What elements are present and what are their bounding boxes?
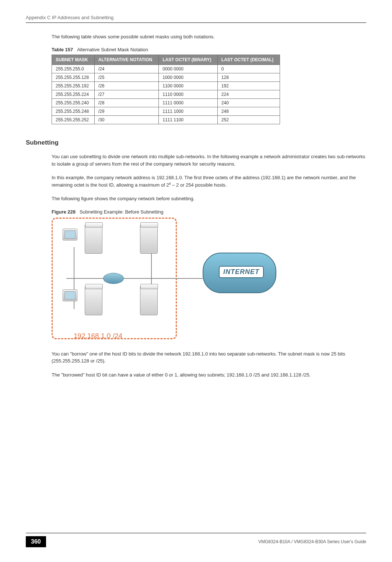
- table-cell: /27: [94, 90, 158, 99]
- table-row: 255.255.255.248/291111 1000248: [52, 107, 280, 116]
- footer-guide-text: VMG8324-B10A / VMG8324-B30A Series User'…: [258, 539, 366, 544]
- table-cell: 255.255.255.252: [52, 116, 95, 124]
- table-cell: 255.255.255.248: [52, 107, 95, 116]
- cloud-label: INTERNET: [219, 266, 264, 278]
- th-alt-notation: ALTERNATIVE NOTATION: [94, 55, 158, 65]
- appendix-header: Appendix C IP Addresses and Subnetting: [26, 15, 366, 20]
- table-cell: 255.255.255.128: [52, 73, 95, 82]
- internet-cloud: INTERNET: [203, 253, 276, 297]
- network-line: [66, 278, 203, 279]
- server-icon: [85, 286, 102, 315]
- table-row: 255.255.255.252/301111 1100252: [52, 116, 280, 124]
- table-cell: 252: [217, 116, 280, 124]
- table-cell: /25: [94, 73, 158, 82]
- table-row: 255.255.255.192/261100 0000192: [52, 82, 280, 90]
- table-cell: 224: [217, 90, 280, 99]
- page-number: 360: [26, 536, 46, 547]
- table-cell: /29: [94, 107, 158, 116]
- table-cell: /24: [94, 65, 158, 73]
- table-cell: /26: [94, 82, 158, 90]
- table-cell: 128: [217, 73, 280, 82]
- figure-number: Figure 228: [52, 209, 76, 215]
- header-rule: [26, 22, 366, 23]
- table-cell: 1111 0000: [159, 99, 218, 107]
- th-decimal: LAST OCTET (DECIMAL): [217, 55, 280, 65]
- table-caption: Table 157 Alternative Subnet Mask Notati…: [52, 47, 366, 52]
- th-binary: LAST OCTET (BINARY): [159, 55, 218, 65]
- server-icon: [140, 286, 158, 315]
- para-3: The following figure shows the company n…: [52, 195, 366, 202]
- subnet-label: 192.168.1.0 /24: [74, 332, 122, 340]
- table-cell: 1100 0000: [159, 82, 218, 90]
- after-para-1: You can "borrow" one of the host ID bits…: [52, 350, 366, 365]
- table-caption-text: Alternative Subnet Mask Notation: [77, 47, 148, 52]
- table-cell: 255.255.255.0: [52, 65, 95, 73]
- page-footer: 360 VMG8324-B10A / VMG8324-B30A Series U…: [26, 533, 366, 547]
- table-cell: 255.255.255.192: [52, 82, 95, 90]
- server-icon: [85, 224, 102, 254]
- table-cell: 255.255.255.224: [52, 90, 95, 99]
- table-cell: 240: [217, 99, 280, 107]
- subnet-mask-table: SUBNET MASK ALTERNATIVE NOTATION LAST OC…: [52, 55, 280, 124]
- table-cell: 1111 1000: [159, 107, 218, 116]
- after-para-2: The "borrowed" host ID bit can have a va…: [52, 371, 366, 379]
- th-subnet-mask: SUBNET MASK: [52, 55, 95, 65]
- table-cell: 1000 0000: [159, 73, 218, 82]
- table-cell: /30: [94, 116, 158, 124]
- router-icon: [103, 273, 124, 284]
- pc-icon: [63, 229, 77, 240]
- table-cell: 0: [217, 65, 280, 73]
- para-2-post: – 2 or 254 possible hosts.: [171, 182, 227, 188]
- table-cell: 1111 1100: [159, 116, 218, 124]
- figure-diagram: INTERNET 192.168.1.0 /24: [52, 218, 276, 341]
- server-icon: [140, 224, 158, 254]
- table-cell: 0000 0000: [159, 65, 218, 73]
- para-2: In this example, the company network add…: [52, 174, 366, 188]
- table-number: Table 157: [52, 47, 73, 52]
- table-header-row: SUBNET MASK ALTERNATIVE NOTATION LAST OC…: [52, 55, 280, 65]
- table-cell: /28: [94, 99, 158, 107]
- figure-caption-text: Subnetting Example: Before Subnetting: [80, 209, 164, 215]
- table-cell: 248: [217, 107, 280, 116]
- pc-icon: [63, 289, 77, 301]
- figure-caption: Figure 228 Subnetting Example: Before Su…: [52, 209, 366, 215]
- section-heading: Subnetting: [26, 139, 366, 146]
- intro-text: The following table shows some possible …: [52, 34, 366, 39]
- para-1: You can use subnetting to divide one net…: [52, 153, 366, 167]
- network-line: [74, 247, 74, 278]
- table-row: 255.255.255.240/281111 0000240: [52, 99, 280, 107]
- table-row: 255.255.255.224/271110 0000224: [52, 90, 280, 99]
- table-row: 255.255.255.0/240000 00000: [52, 65, 280, 73]
- table-cell: 1110 0000: [159, 90, 218, 99]
- table-cell: 192: [217, 82, 280, 90]
- table-cell: 255.255.255.240: [52, 99, 95, 107]
- table-row: 255.255.255.128/251000 0000128: [52, 73, 280, 82]
